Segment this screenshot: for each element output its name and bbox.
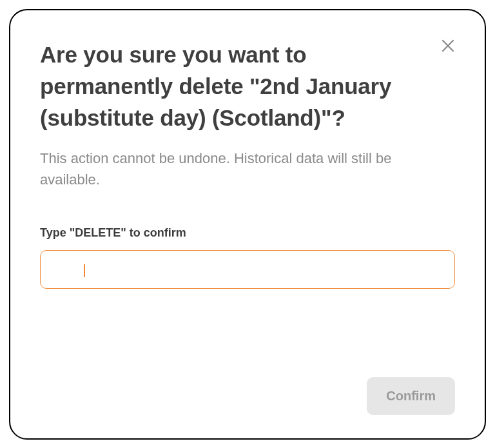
input-wrapper bbox=[40, 250, 455, 289]
modal-subtitle: This action cannot be undone. Historical… bbox=[40, 148, 455, 190]
confirm-input-label: Type "DELETE" to confirm bbox=[40, 226, 455, 240]
delete-confirm-modal: Are you sure you want to permanently del… bbox=[9, 9, 486, 440]
confirm-button[interactable]: Confirm bbox=[367, 377, 455, 415]
confirm-input-section: Type "DELETE" to confirm bbox=[40, 226, 455, 289]
close-icon bbox=[440, 37, 456, 56]
modal-title: Are you sure you want to permanently del… bbox=[40, 39, 455, 133]
text-cursor bbox=[84, 264, 85, 277]
confirm-input[interactable] bbox=[40, 250, 455, 289]
close-button[interactable] bbox=[438, 37, 458, 57]
modal-footer: Confirm bbox=[40, 377, 455, 415]
